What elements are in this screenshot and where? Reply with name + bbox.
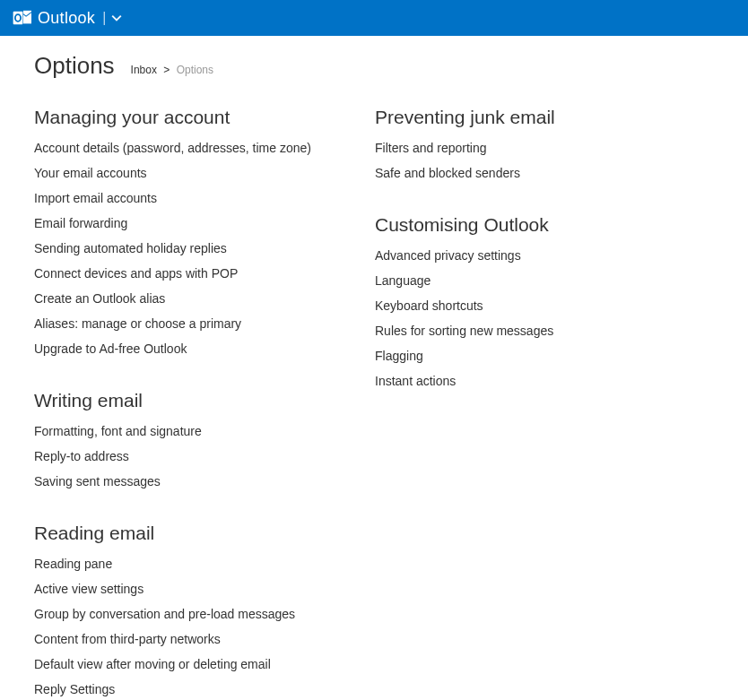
- header-divider: |: [102, 10, 106, 26]
- option-connect-pop[interactable]: Connect devices and apps with POP: [34, 266, 330, 281]
- option-third-party-content[interactable]: Content from third-party networks: [34, 632, 330, 646]
- section-heading: Preventing junk email: [375, 107, 671, 128]
- option-upgrade-adfree[interactable]: Upgrade to Ad-free Outlook: [34, 341, 330, 356]
- outlook-icon: [13, 9, 32, 27]
- title-row: Options Inbox > Options: [34, 52, 748, 80]
- link-list: Advanced privacy settings Language Keybo…: [375, 248, 671, 388]
- section-managing-account: Managing your account Account details (p…: [34, 107, 330, 367]
- breadcrumb-inbox[interactable]: Inbox: [131, 64, 157, 76]
- option-import-email-accounts[interactable]: Import email accounts: [34, 191, 330, 205]
- option-formatting[interactable]: Formatting, font and signature: [34, 424, 330, 438]
- breadcrumb-current: Options: [177, 64, 213, 76]
- option-rules-sorting[interactable]: Rules for sorting new messages: [375, 324, 671, 338]
- link-list: Filters and reporting Safe and blocked s…: [375, 141, 671, 180]
- page-title: Options: [34, 52, 115, 80]
- chevron-down-icon[interactable]: [111, 13, 122, 23]
- breadcrumb: Inbox > Options: [131, 64, 213, 76]
- option-create-alias[interactable]: Create an Outlook alias: [34, 291, 330, 306]
- option-group-conversation[interactable]: Group by conversation and pre-load messa…: [34, 607, 330, 621]
- option-keyboard-shortcuts[interactable]: Keyboard shortcuts: [375, 298, 671, 313]
- option-instant-actions[interactable]: Instant actions: [375, 374, 671, 388]
- option-flagging[interactable]: Flagging: [375, 349, 671, 363]
- section-heading: Reading email: [34, 523, 330, 544]
- option-filters-reporting[interactable]: Filters and reporting: [375, 141, 671, 155]
- right-column: Preventing junk email Filters and report…: [375, 107, 671, 700]
- page-content: Options Inbox > Options Managing your ac…: [0, 36, 748, 700]
- section-reading-email: Reading email Reading pane Active view s…: [34, 523, 330, 700]
- option-email-forwarding[interactable]: Email forwarding: [34, 216, 330, 230]
- option-reading-pane[interactable]: Reading pane: [34, 557, 330, 571]
- option-default-view[interactable]: Default view after moving or deleting em…: [34, 657, 330, 671]
- section-heading: Managing your account: [34, 107, 330, 128]
- link-list: Account details (password, addresses, ti…: [34, 141, 330, 356]
- app-header: Outlook |: [0, 0, 748, 36]
- options-columns: Managing your account Account details (p…: [34, 107, 748, 700]
- option-active-view[interactable]: Active view settings: [34, 582, 330, 596]
- brand-text: Outlook: [38, 9, 95, 28]
- section-junk-email: Preventing junk email Filters and report…: [375, 107, 671, 191]
- option-aliases-manage[interactable]: Aliases: manage or choose a primary: [34, 316, 330, 331]
- section-heading: Writing email: [34, 390, 330, 411]
- option-language[interactable]: Language: [375, 273, 671, 288]
- option-reply-settings[interactable]: Reply Settings: [34, 682, 330, 696]
- link-list: Reading pane Active view settings Group …: [34, 557, 330, 696]
- link-list: Formatting, font and signature Reply-to …: [34, 424, 330, 488]
- section-writing-email: Writing email Formatting, font and signa…: [34, 390, 330, 499]
- option-holiday-replies[interactable]: Sending automated holiday replies: [34, 241, 330, 255]
- option-advanced-privacy[interactable]: Advanced privacy settings: [375, 248, 671, 263]
- option-reply-to-address[interactable]: Reply-to address: [34, 449, 330, 463]
- option-safe-blocked[interactable]: Safe and blocked senders: [375, 166, 671, 180]
- breadcrumb-separator: >: [163, 64, 170, 76]
- brand-logo[interactable]: Outlook: [13, 9, 95, 28]
- section-customising-outlook: Customising Outlook Advanced privacy set…: [375, 214, 671, 399]
- option-your-email-accounts[interactable]: Your email accounts: [34, 166, 330, 180]
- option-saving-sent[interactable]: Saving sent messages: [34, 474, 330, 488]
- section-heading: Customising Outlook: [375, 214, 671, 236]
- left-column: Managing your account Account details (p…: [34, 107, 330, 700]
- option-account-details[interactable]: Account details (password, addresses, ti…: [34, 141, 330, 155]
